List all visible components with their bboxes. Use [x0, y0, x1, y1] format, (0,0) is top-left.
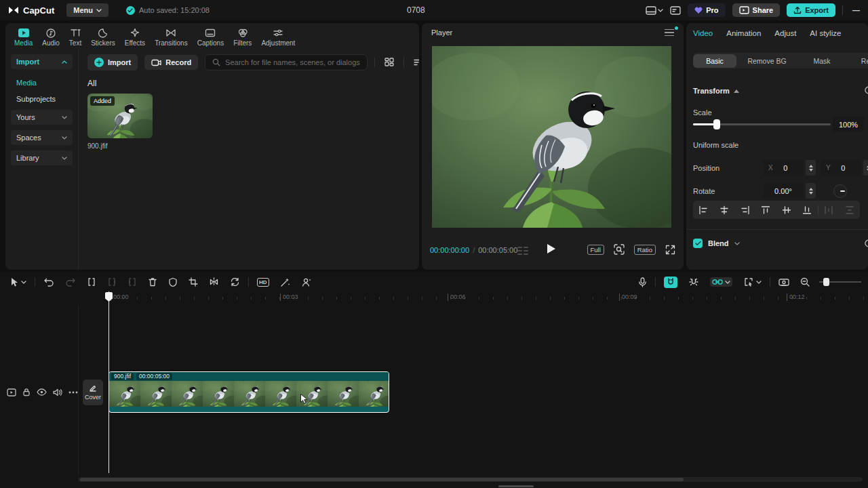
align-middle-v-icon[interactable] — [776, 205, 797, 215]
mirror-button[interactable] — [203, 277, 224, 287]
export-button[interactable]: Export — [787, 3, 835, 17]
split-button[interactable] — [81, 277, 102, 287]
minimize-icon[interactable]: — — [850, 6, 863, 14]
blend-label[interactable]: Blend — [708, 239, 729, 247]
import-button[interactable]: Import — [87, 54, 138, 70]
search-box[interactable] — [205, 54, 368, 70]
tab-text[interactable]: Text — [66, 26, 85, 48]
scale-value[interactable]: 100% — [833, 117, 864, 132]
tab-transitions[interactable]: Transitions — [151, 26, 191, 48]
cover-button[interactable]: Cover — [83, 380, 103, 405]
delete-button[interactable] — [142, 277, 163, 287]
position-y-field[interactable]: Y 0 — [821, 160, 861, 176]
subtab-mask[interactable]: Mask — [797, 54, 846, 68]
frames-icon[interactable] — [517, 246, 529, 256]
timeline-zoom-slider[interactable] — [819, 281, 861, 283]
tab-ai-stylize[interactable]: AI stylize — [810, 29, 841, 37]
tab-effects[interactable]: Effects — [121, 26, 149, 48]
position-x-field[interactable]: X 0 — [763, 160, 804, 176]
rotate-dial[interactable] — [833, 184, 848, 199]
eye-icon[interactable] — [37, 388, 47, 396]
split-right-button[interactable] — [122, 277, 142, 287]
playhead-line[interactable] — [108, 291, 109, 473]
scale-slider-handle[interactable] — [713, 119, 720, 129]
subtab-remove-bg[interactable]: Remove BG — [736, 54, 797, 68]
lock-icon[interactable] — [22, 388, 31, 396]
share-button[interactable]: Share — [732, 3, 781, 17]
zoom-out-button[interactable] — [795, 277, 815, 287]
preview-cam-button[interactable] — [773, 278, 795, 287]
grid-view-icon[interactable] — [384, 58, 394, 67]
ratio-button[interactable]: Ratio — [634, 245, 656, 255]
media-section-all[interactable]: All — [87, 79, 411, 88]
split-left-button[interactable] — [102, 277, 122, 287]
more-icon[interactable] — [68, 391, 78, 394]
snap-magnet-button[interactable] — [658, 277, 683, 288]
align-left-icon[interactable] — [693, 205, 714, 215]
menu-button[interactable]: Menu — [66, 3, 108, 17]
tab-adjustment[interactable]: Adjustment — [258, 26, 298, 48]
tab-filters[interactable]: Filters — [230, 26, 255, 48]
player-menu-icon[interactable] — [665, 29, 674, 37]
redo-button[interactable] — [60, 277, 81, 287]
sidebar-item-library[interactable]: Library — [11, 150, 73, 165]
zoom-fit-icon[interactable] — [614, 244, 625, 255]
auto-select-button[interactable] — [738, 277, 767, 287]
position-y-stepper[interactable] — [863, 160, 868, 176]
freeze-shield-icon[interactable] — [163, 277, 183, 287]
magic-wand-button[interactable] — [275, 277, 296, 287]
pro-button[interactable]: Pro — [688, 3, 725, 17]
subtab-retouch[interactable]: Ret — [846, 54, 868, 68]
tab-audio[interactable]: Audio — [39, 26, 63, 48]
rotate-field[interactable]: 0.00° — [763, 183, 804, 199]
align-bottom-icon[interactable] — [797, 205, 818, 215]
sidebar-item-yours[interactable]: Yours — [11, 110, 73, 125]
tab-animation[interactable]: Animation — [726, 29, 761, 37]
link-preview-button[interactable] — [705, 277, 738, 287]
undo-button[interactable] — [38, 277, 60, 287]
tab-video[interactable]: Video — [693, 29, 713, 37]
zoom-slider-handle[interactable] — [823, 278, 829, 286]
replace-button[interactable] — [224, 277, 245, 287]
full-button[interactable]: Full — [587, 245, 604, 255]
sidebar-item-spaces[interactable]: Spaces — [11, 130, 73, 145]
record-button[interactable]: Record — [144, 55, 198, 70]
reset-blend-icon[interactable] — [864, 239, 868, 248]
align-top-icon[interactable] — [755, 205, 776, 215]
rotate-stepper[interactable] — [806, 183, 816, 199]
transform-header[interactable]: Transform — [693, 87, 739, 95]
timeline-scrollbar[interactable] — [78, 477, 863, 482]
tab-media[interactable]: Media — [11, 26, 36, 48]
blend-checkbox[interactable] — [693, 239, 703, 248]
media-item-thumbnail[interactable]: Added — [87, 94, 153, 138]
timeline-ruler[interactable]: 00:00 00:03 00:06 00:09 00:12 — [0, 291, 868, 305]
align-right-icon[interactable] — [734, 205, 755, 215]
scrollbar-thumb[interactable] — [80, 478, 684, 481]
position-x-stepper[interactable] — [806, 160, 816, 176]
character-button[interactable] — [296, 277, 317, 287]
panel-layout-icon[interactable] — [670, 6, 681, 15]
sidebar-item-subprojects[interactable]: Subprojects — [5, 91, 78, 110]
select-tool-button[interactable] — [0, 277, 32, 287]
align-center-h-icon[interactable] — [714, 205, 735, 215]
voiceover-button[interactable] — [633, 277, 652, 287]
hd-button[interactable]: HD — [252, 278, 275, 287]
search-input[interactable] — [225, 58, 360, 66]
scale-slider[interactable] — [693, 123, 831, 125]
crop-button[interactable] — [183, 277, 203, 287]
tab-stickers[interactable]: Stickers — [87, 26, 119, 48]
tab-captions[interactable]: Captions — [194, 26, 227, 48]
speaker-icon[interactable] — [53, 388, 62, 396]
subtab-basic[interactable]: Basic — [693, 54, 736, 68]
video-clip[interactable]: 900.jfif 00:00:05:00 — [108, 371, 389, 413]
tab-adjust[interactable]: Adjust — [774, 29, 796, 37]
sidebar-item-import[interactable]: Import — [11, 54, 73, 69]
sort-button[interactable] — [414, 58, 419, 66]
free-layer-button[interactable] — [683, 277, 705, 287]
play-button[interactable] — [547, 243, 556, 254]
reset-transform-icon[interactable] — [864, 85, 868, 95]
video-preview[interactable] — [432, 46, 671, 228]
sidebar-item-media[interactable]: Media — [5, 75, 78, 91]
fullscreen-icon[interactable] — [665, 245, 675, 255]
layout-switch-icon[interactable] — [646, 6, 663, 15]
